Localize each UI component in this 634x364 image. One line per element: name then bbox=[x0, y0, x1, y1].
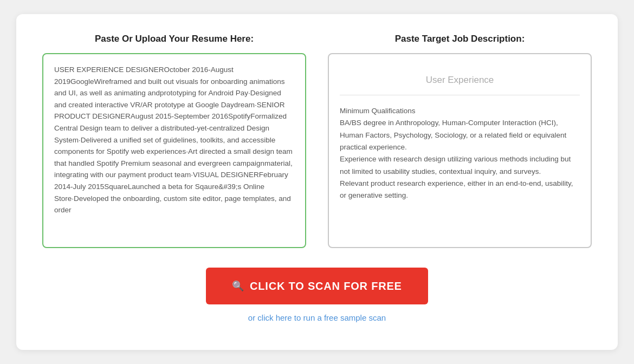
scan-button-label: CLICK TO SCAN FOR FREE bbox=[250, 280, 402, 292]
right-column: Paste Target Job Description: User Exper… bbox=[328, 34, 592, 248]
scan-button[interactable]: 🔍 CLICK TO SCAN FOR FREE bbox=[206, 268, 428, 304]
left-column-title: Paste Or Upload Your Resume Here: bbox=[42, 34, 306, 44]
right-column-title: Paste Target Job Description: bbox=[328, 34, 592, 44]
left-column: Paste Or Upload Your Resume Here: USER E… bbox=[42, 34, 306, 248]
job-description-placeholder: User Experience bbox=[340, 64, 580, 95]
resume-textarea[interactable]: USER EXPERIENCE DESIGNEROctober 2016-Aug… bbox=[42, 53, 306, 248]
main-card: Paste Or Upload Your Resume Here: USER E… bbox=[16, 14, 618, 350]
job-description-content: Minimum Qualifications BA/BS degree in A… bbox=[340, 105, 580, 202]
job-description-textarea[interactable]: User Experience Minimum Qualifications B… bbox=[328, 53, 592, 248]
columns-row: Paste Or Upload Your Resume Here: USER E… bbox=[42, 34, 592, 248]
search-icon: 🔍 bbox=[232, 280, 244, 292]
sample-scan-link[interactable]: or click here to run a free sample scan bbox=[248, 313, 386, 322]
scan-button-area: 🔍 CLICK TO SCAN FOR FREE or click here t… bbox=[206, 268, 428, 322]
